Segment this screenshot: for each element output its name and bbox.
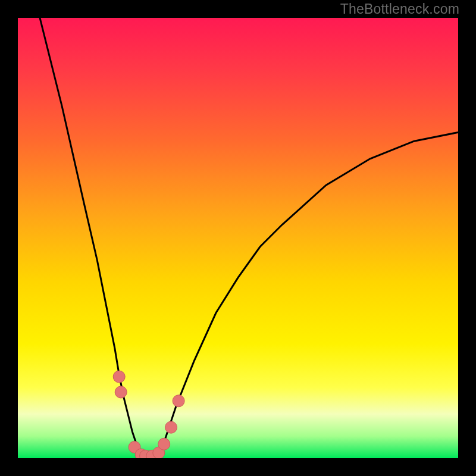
data-point-marker: [158, 438, 170, 450]
data-point-marker: [173, 395, 184, 407]
data-point-marker: [115, 386, 127, 398]
chart-frame: TheBottleneck.com: [0, 0, 476, 476]
bottleneck-curve-chart: [18, 18, 458, 458]
data-point-marker: [165, 421, 177, 433]
bottleneck-curve-path: [40, 18, 458, 458]
data-point-marker: [113, 371, 125, 383]
plot-area: [18, 18, 458, 458]
watermark-text: TheBottleneck.com: [340, 1, 459, 17]
